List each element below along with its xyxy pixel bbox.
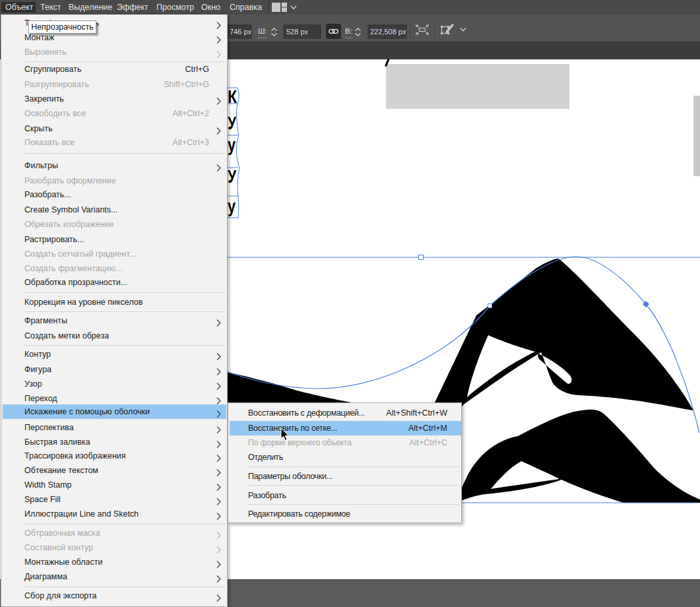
- svg-text:У: У: [228, 166, 236, 187]
- svg-text:У: У: [228, 113, 236, 133]
- svg-text:у: у: [228, 135, 236, 155]
- svg-text:у: у: [228, 196, 236, 216]
